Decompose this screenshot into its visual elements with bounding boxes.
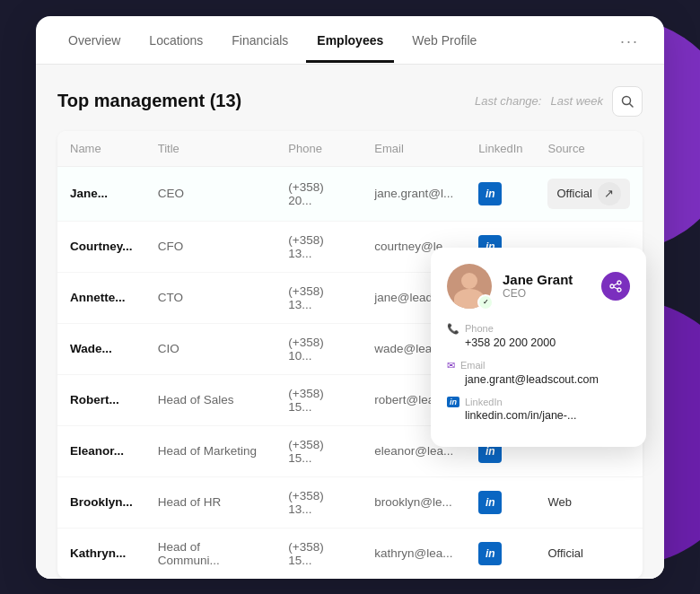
cell-title: CFO xyxy=(145,221,276,272)
cell-phone: (+358) 13... xyxy=(276,221,362,272)
tab-bar: Overview Locations Financials Employees … xyxy=(36,16,664,65)
popup-name-group: Jane Grant CEO xyxy=(503,272,573,300)
source-badge: Web xyxy=(547,495,572,509)
cell-title: CIO xyxy=(145,323,276,374)
avatar-verified-badge: ✓ xyxy=(477,294,494,310)
cell-name: Kathryn... xyxy=(57,528,145,579)
cell-email: brooklyn@le... xyxy=(362,476,466,528)
popup-phone-field: 📞 Phone +358 20 200 2000 xyxy=(447,323,630,349)
cell-name: Courtney... xyxy=(57,221,145,272)
cell-phone: (+358) 13... xyxy=(276,476,362,528)
search-icon xyxy=(621,95,634,108)
cell-title: Head of Communi... xyxy=(145,528,276,579)
cell-name: Wade... xyxy=(57,323,145,374)
source-badge: Official xyxy=(547,546,583,560)
svg-line-6 xyxy=(614,287,617,289)
col-source: Source xyxy=(535,131,643,167)
tab-locations[interactable]: Locations xyxy=(138,17,214,63)
screen: Overview Locations Financials Employees … xyxy=(0,0,700,594)
popup-person-name: Jane Grant xyxy=(503,272,573,287)
last-change-label: Last change: xyxy=(475,94,541,108)
share-button[interactable]: ↗ xyxy=(598,182,621,205)
popup-header: ✓ Jane Grant CEO xyxy=(447,264,630,309)
cell-source: Official ↗ xyxy=(535,166,643,221)
table-header-row: Name Title Phone Email LinkedIn Source xyxy=(57,131,643,167)
cell-phone: (+358) 15... xyxy=(276,425,362,476)
cell-title: Head of Sales xyxy=(145,374,276,425)
col-phone: Phone xyxy=(276,131,362,167)
col-linkedin: LinkedIn xyxy=(466,131,535,167)
section-meta: Last change: Last week xyxy=(475,86,643,117)
cell-name: Brooklyn... xyxy=(57,476,145,528)
cell-phone: (+358) 13... xyxy=(276,272,362,323)
svg-point-3 xyxy=(610,284,614,288)
cell-linkedin[interactable]: in xyxy=(466,476,535,528)
svg-point-4 xyxy=(617,288,621,292)
cell-title: CEO xyxy=(145,166,276,221)
source-badge: Official ↗ xyxy=(547,179,630,209)
tab-web-profile[interactable]: Web Profile xyxy=(401,17,487,63)
popup-email-label: ✉ Email xyxy=(447,360,630,371)
cell-name: Jane... xyxy=(57,166,145,221)
avatar: ✓ xyxy=(447,264,492,309)
tab-employees[interactable]: Employees xyxy=(306,17,394,63)
cell-linkedin[interactable]: in xyxy=(466,166,535,221)
cell-title: Head of Marketing xyxy=(145,425,276,476)
cell-phone: (+358) 20... xyxy=(276,166,362,221)
cell-linkedin[interactable]: in xyxy=(466,528,535,579)
table-row[interactable]: Kathryn... Head of Communi... (+358) 15.… xyxy=(57,528,643,579)
phone-icon: 📞 xyxy=(447,323,459,335)
email-icon: ✉ xyxy=(447,360,455,371)
col-title: Title xyxy=(145,131,276,167)
col-email: Email xyxy=(362,131,466,167)
popup-email-field: ✉ Email jane.grant@leadscout.com xyxy=(447,360,630,386)
source-value: Official xyxy=(556,187,592,200)
cell-name: Robert... xyxy=(57,374,145,425)
linkedin-field-icon: in xyxy=(447,397,459,407)
section-header: Top management (13) Last change: Last we… xyxy=(57,86,643,117)
table-row[interactable]: Jane... CEO (+358) 20... jane.grant@l...… xyxy=(57,166,643,221)
tab-more[interactable]: ··· xyxy=(617,16,643,64)
svg-point-2 xyxy=(617,281,621,284)
svg-line-1 xyxy=(630,103,634,107)
cell-email: kathryn@lea... xyxy=(362,528,466,579)
cell-name: Annette... xyxy=(57,272,145,323)
section-title: Top management (13) xyxy=(57,91,241,111)
col-name: Name xyxy=(57,131,145,167)
popup-linkedin-label: in LinkedIn xyxy=(447,397,630,407)
share-icon xyxy=(609,280,622,293)
tab-financials[interactable]: Financials xyxy=(221,17,299,63)
linkedin-icon: in xyxy=(478,491,502,514)
popup-linkedin-field: in LinkedIn linkedin.com/in/jane-... xyxy=(447,397,630,422)
svg-line-5 xyxy=(614,284,617,285)
cell-source: Official xyxy=(535,528,643,579)
cell-phone: (+358) 15... xyxy=(276,528,362,579)
linkedin-icon: in xyxy=(478,182,502,205)
popup-linkedin-value[interactable]: linkedin.com/in/jane-... xyxy=(447,409,630,422)
popup-email-value[interactable]: jane.grant@leadscout.com xyxy=(447,373,630,386)
cell-title: CTO xyxy=(145,272,276,323)
linkedin-icon: in xyxy=(478,542,502,565)
last-change-value: Last week xyxy=(550,94,603,108)
cell-phone: (+358) 10... xyxy=(276,323,362,374)
cell-title: Head of HR xyxy=(145,476,276,528)
popup-phone-value[interactable]: +358 20 200 2000 xyxy=(447,336,630,349)
cell-phone: (+358) 15... xyxy=(276,374,362,425)
popup-phone-label: 📞 Phone xyxy=(447,323,630,335)
popup-person-title: CEO xyxy=(503,287,573,300)
cell-email: jane.grant@l... xyxy=(362,166,466,221)
cell-source: Web xyxy=(535,476,643,528)
cell-name: Eleanor... xyxy=(57,425,145,476)
contact-popup: ✓ Jane Grant CEO xyxy=(431,248,646,447)
popup-share-button[interactable] xyxy=(601,272,630,301)
table-row[interactable]: Brooklyn... Head of HR (+358) 13... broo… xyxy=(57,476,643,528)
main-card: Overview Locations Financials Employees … xyxy=(36,16,664,579)
tab-overview[interactable]: Overview xyxy=(57,17,131,63)
search-button[interactable] xyxy=(612,86,643,117)
